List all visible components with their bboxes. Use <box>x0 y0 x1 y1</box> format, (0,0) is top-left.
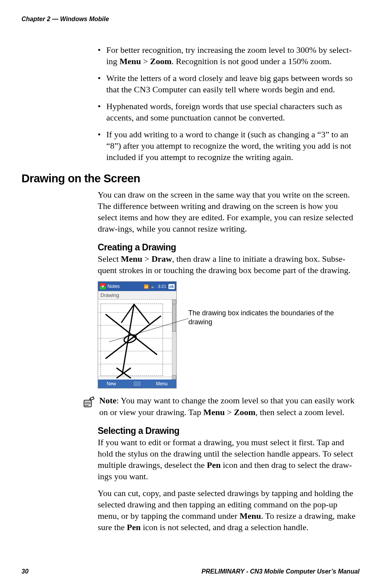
callout-leader-line <box>108 318 190 345</box>
ok-button[interactable]: ok <box>168 284 175 289</box>
callout: The drawing box indicates the boundaries… <box>177 281 360 327</box>
start-flag-icon <box>100 283 106 290</box>
note-text: Note: You may want to change the zoom le… <box>99 395 360 417</box>
footer: 30 PRELIMINARY - CN3 Mobile Computer Use… <box>21 568 360 575</box>
app-name: Notes <box>107 284 120 289</box>
callout-text: The drawing box indicates the boundaries… <box>188 309 360 327</box>
zoom-label: Zoom <box>234 407 256 417</box>
bullet-list: For better recognition, try increasing t… <box>98 44 360 163</box>
text-post: icon is not selected, and drag a selecti… <box>141 522 308 532</box>
content-column: For better recognition, try increasing t… <box>98 44 360 533</box>
list-item: Write the letters of a word closely and … <box>98 72 360 95</box>
status-right: 3:21 ok <box>144 284 175 289</box>
signal-icon <box>144 284 148 289</box>
note-label: Note <box>99 396 116 405</box>
text-pre: Select <box>98 254 121 264</box>
pen-label: Pen <box>127 522 141 532</box>
page: Chapter 2 — Windows Mobile For better re… <box>0 0 381 588</box>
soft-key-menu[interactable]: Menu <box>156 381 168 387</box>
status-left: Notes <box>100 283 120 290</box>
text-post: , then select a zoom level. <box>256 407 345 417</box>
list-item: For better recognition, try increasing t… <box>98 44 360 67</box>
list-item: If you add writing to a word to change i… <box>98 129 360 163</box>
svg-line-1 <box>109 318 188 342</box>
note-block: Note: You may want to change the zoom le… <box>82 395 360 417</box>
running-head: Chapter 2 — Windows Mobile <box>21 16 360 23</box>
menu-label: Menu <box>120 56 141 66</box>
scroll-up-icon[interactable] <box>172 300 176 304</box>
soft-key-bar: New Menu <box>98 379 176 388</box>
list-item: Hyphenated words, foreign words that use… <box>98 101 360 123</box>
text-mid: > <box>141 56 150 66</box>
note-icon <box>82 396 95 409</box>
zoom-label: Zoom <box>150 56 172 66</box>
status-bar: Notes 3:21 ok <box>98 282 176 291</box>
creating-paragraph: Select Menu > Draw, then draw a line to … <box>98 253 360 276</box>
selecting-p2: You can cut, copy, and paste selected dr… <box>98 487 360 533</box>
text-post: . Recognition is not good under a 150% z… <box>172 56 331 66</box>
menu-label: Menu <box>240 511 261 521</box>
figure-row: Notes 3:21 ok Drawing <box>98 281 360 388</box>
keyboard-icon[interactable] <box>133 381 141 387</box>
draw-label: Draw <box>152 254 172 264</box>
subsection-heading: Creating a Drawing <box>98 242 360 253</box>
section-paragraph: You can draw on the screen in the same w… <box>98 189 360 234</box>
menu-label: Menu <box>121 254 142 264</box>
pen-label: Pen <box>207 460 220 470</box>
manual-title: PRELIMINARY - CN3 Mobile Computer User’s… <box>202 568 360 575</box>
section-heading: Drawing on the Screen <box>21 172 360 185</box>
menu-label: Menu <box>203 407 225 417</box>
speaker-icon <box>151 284 156 289</box>
clock: 3:21 <box>158 284 166 289</box>
text-mid: > <box>142 254 151 264</box>
selecting-p1: If you want to edit or format a drawing,… <box>98 437 360 482</box>
page-number: 30 <box>21 568 29 575</box>
text-mid: > <box>225 407 234 417</box>
soft-key-new[interactable]: New <box>107 381 116 387</box>
document-title: Drawing <box>98 291 176 300</box>
subsection-heading: Selecting a Drawing <box>98 426 360 436</box>
scroll-down-icon[interactable] <box>172 375 176 379</box>
